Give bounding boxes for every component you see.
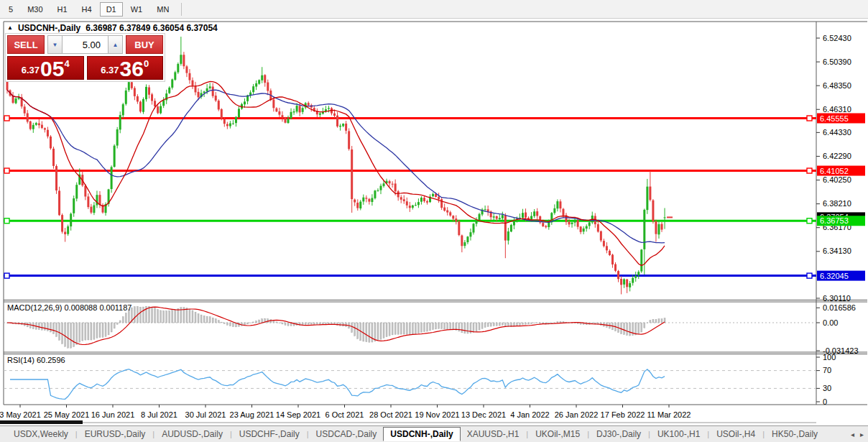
hline-handle[interactable] xyxy=(4,116,9,121)
rsi-axis-label: 0 xyxy=(823,397,827,406)
macd-histogram-bar xyxy=(212,318,213,323)
candle-body xyxy=(646,187,648,210)
candle-body xyxy=(278,111,280,115)
date-label: 13 Dec 2021 xyxy=(461,410,506,419)
tab-usdchf-daily[interactable]: USDCHF-,Daily xyxy=(233,427,306,441)
timeframe-mn[interactable]: MN xyxy=(150,2,175,17)
candle-body xyxy=(600,231,602,241)
candle-body xyxy=(406,201,408,206)
candle-body xyxy=(389,181,391,183)
macd-histogram-bar xyxy=(93,323,95,339)
candle-body xyxy=(137,96,139,101)
tab-eurusd-daily[interactable]: EURUSD-,Daily xyxy=(78,427,152,441)
macd-histogram-bar xyxy=(200,315,202,323)
macd-histogram-bar xyxy=(629,323,631,336)
buy-price-display[interactable]: 6.37 36 0 xyxy=(87,56,164,80)
date-label: 3 May 2021 xyxy=(0,410,41,419)
tab-xauusd-h1[interactable]: XAUUSD-,H1 xyxy=(461,427,526,441)
timeframe-h4[interactable]: H4 xyxy=(75,2,98,17)
macd-histogram-bar xyxy=(313,323,315,324)
timeframe-m30[interactable]: M30 xyxy=(21,2,49,17)
macd-histogram-bar xyxy=(493,323,494,326)
tab-audusd-daily[interactable]: AUDUSD-,Daily xyxy=(155,427,229,441)
hline-handle[interactable] xyxy=(4,273,9,278)
candle-body xyxy=(438,197,440,200)
timeframe-h1[interactable]: H1 xyxy=(51,2,74,17)
timeframe-5[interactable]: 5 xyxy=(2,2,19,17)
candle-body xyxy=(661,224,663,230)
tab-separator: | xyxy=(307,430,309,438)
ma-fast-line xyxy=(7,82,665,266)
hline-handle[interactable] xyxy=(4,168,9,173)
macd-histogram-bar xyxy=(371,323,373,342)
candle-body xyxy=(568,222,571,224)
hscroll-thumb[interactable] xyxy=(0,420,83,424)
candle-body xyxy=(267,83,269,91)
collapse-chart-icon[interactable]: ▲ xyxy=(7,25,13,31)
tab-usdcnh-daily[interactable]: USDCNH-,Daily xyxy=(383,427,460,441)
timeframe-w1[interactable]: W1 xyxy=(124,2,149,17)
tab-scroll-right-icon[interactable]: ▸ xyxy=(860,431,864,438)
tab-dj30-daily[interactable]: DJ30-,Daily xyxy=(590,427,647,441)
macd-histogram-bar xyxy=(142,307,144,323)
volume-increase-button[interactable]: ▲ xyxy=(108,35,123,54)
macd-histogram-bar xyxy=(351,323,353,333)
tab-ukoil-m15[interactable]: UKOil-,M15 xyxy=(529,427,586,441)
timeframe-d1[interactable]: D1 xyxy=(100,2,123,17)
volume-input[interactable]: 5.00 xyxy=(63,35,108,54)
macd-histogram-bar xyxy=(560,321,561,323)
candle-body xyxy=(139,101,142,111)
candle-body xyxy=(377,190,379,191)
candle-body xyxy=(397,191,400,197)
hline-handle[interactable] xyxy=(807,168,812,173)
macd-histogram-bar xyxy=(377,323,379,341)
tab-hk50-daily[interactable]: HK50-,Daily xyxy=(765,427,824,441)
candle-body xyxy=(293,111,295,112)
candle-body xyxy=(362,198,364,202)
macd-histogram-bar xyxy=(374,323,376,341)
macd-histogram-bar xyxy=(354,323,356,336)
volume-decrease-button[interactable]: ▼ xyxy=(47,35,63,54)
tab-usdcad-daily[interactable]: USDCAD-,Daily xyxy=(310,427,384,441)
macd-histogram-bar xyxy=(226,323,228,325)
macd-histogram-bar xyxy=(531,323,532,324)
tab-usoil-h4[interactable]: USOil-,H4 xyxy=(710,427,762,441)
macd-histogram-bar xyxy=(650,321,651,323)
hline-handle[interactable] xyxy=(807,218,812,224)
sell-button[interactable]: SELL xyxy=(7,35,45,54)
hline-handle[interactable] xyxy=(807,116,812,121)
candle-body xyxy=(440,199,443,208)
tab-scroll-left-icon[interactable]: ◂ xyxy=(851,431,854,438)
macd-histogram-bar xyxy=(412,323,413,334)
macd-histogram-bar xyxy=(244,323,246,325)
hline-handle[interactable] xyxy=(807,273,812,278)
candle-body xyxy=(359,202,361,208)
hline-price-label-6.36753-text: 6.36753 xyxy=(820,216,849,225)
macd-axis-label: 0.00 xyxy=(823,318,838,327)
macd-histogram-bar xyxy=(41,323,42,330)
chart-symbol-label: USDCNH-,Daily xyxy=(18,23,80,33)
macd-histogram-bar xyxy=(259,320,260,323)
tab-uk100-h1[interactable]: UK100-,H1 xyxy=(651,427,706,441)
candle-body xyxy=(426,201,428,203)
candle-body xyxy=(162,100,165,106)
candle-body xyxy=(177,64,179,73)
date-label: 30 Jul 2021 xyxy=(185,410,226,419)
macd-histogram-bar xyxy=(450,323,451,330)
macd-histogram-bar xyxy=(250,323,251,323)
tab-usdx-weekly[interactable]: USDX,Weekly xyxy=(7,427,75,441)
candle-body xyxy=(657,224,660,234)
candle-body xyxy=(275,109,277,111)
sell-price-display[interactable]: 6.37 05 4 xyxy=(7,56,84,80)
macd-histogram-bar xyxy=(641,323,642,332)
hline-handle[interactable] xyxy=(4,218,9,224)
macd-histogram-bar xyxy=(273,321,274,323)
candle-body xyxy=(302,108,304,112)
candle-body xyxy=(574,221,576,223)
candle-body xyxy=(620,279,622,285)
candle-body xyxy=(466,236,468,242)
candle-body xyxy=(553,208,555,213)
macd-histogram-bar xyxy=(166,311,167,323)
buy-button[interactable]: BUY xyxy=(126,35,163,54)
candle-body xyxy=(609,251,611,255)
